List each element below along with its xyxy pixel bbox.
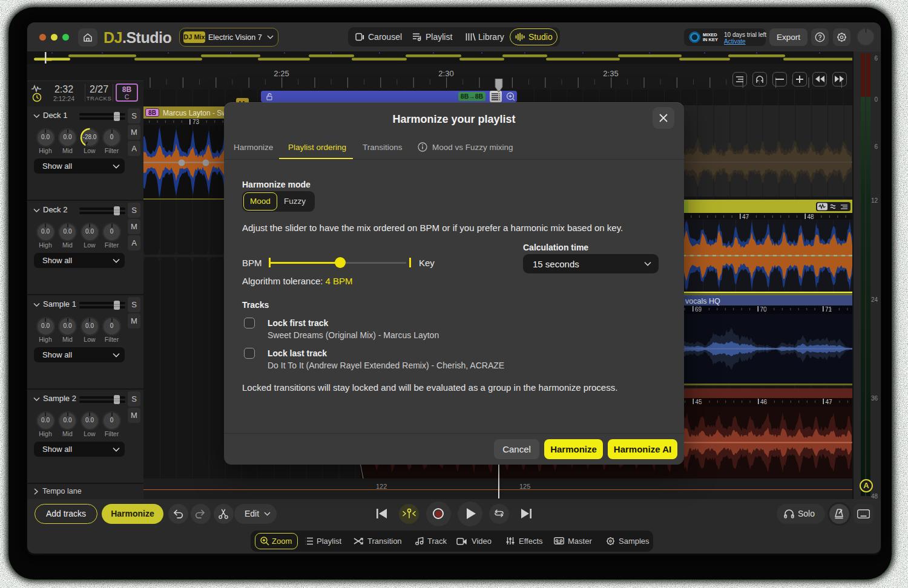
svg-text:2:25: 2:25	[274, 69, 289, 78]
svg-text:24: 24	[871, 296, 878, 303]
svg-text:2:35: 2:35	[603, 69, 618, 78]
svg-text:36: 36	[871, 395, 878, 402]
svg-text:vocals HQ: vocals HQ	[685, 297, 720, 305]
svg-text:6: 6	[874, 55, 878, 62]
svg-text:2:30: 2:30	[438, 69, 453, 78]
svg-text:0: 0	[874, 96, 878, 103]
svg-text:48: 48	[871, 493, 878, 499]
svg-text:6: 6	[874, 143, 878, 150]
svg-text:12: 12	[871, 197, 878, 204]
